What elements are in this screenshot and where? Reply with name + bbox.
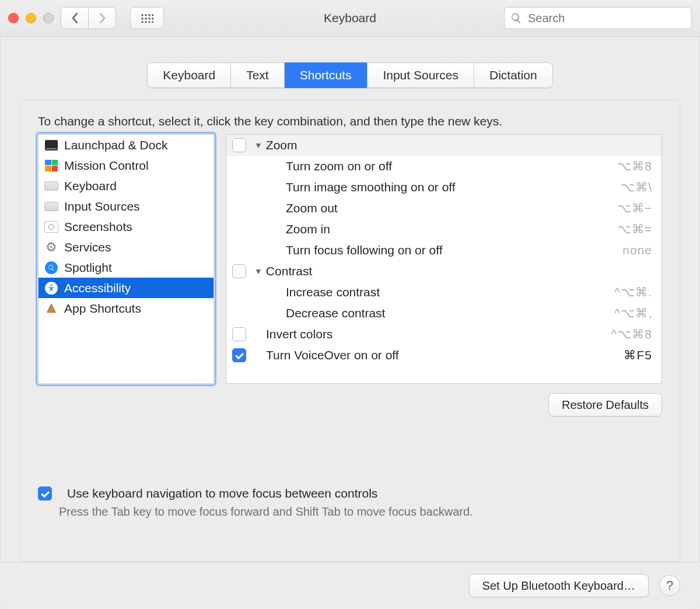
group-checkbox[interactable] (232, 138, 246, 152)
category-screenshots[interactable]: Screenshots (38, 216, 214, 237)
shortcut-keys[interactable]: ^⌥⌘8 (611, 327, 652, 341)
group-checkbox[interactable] (232, 264, 246, 278)
svg-point-7 (152, 18, 153, 20)
category-list[interactable]: Launchpad & DockMission ControlKeyboardI… (38, 134, 214, 384)
help-button[interactable]: ? (659, 575, 680, 596)
tab-shortcuts[interactable]: Shortcuts (285, 62, 368, 88)
category-launchpad-dock[interactable]: Launchpad & Dock (38, 135, 214, 155)
footer: Set Up Bluetooth Keyboard… ? (0, 562, 700, 609)
shortcut-keys[interactable]: ^⌥⌘. (614, 285, 652, 299)
category-label: App Shortcuts (64, 302, 141, 316)
preferences-window: Keyboard KeyboardTextShortcutsInput Sour… (0, 0, 700, 609)
category-keyboard[interactable]: Keyboard (38, 176, 214, 196)
shortcut-row[interactable]: Turn focus following on or offnone (226, 240, 662, 261)
mission-control-icon (44, 159, 58, 173)
shortcut-label: Invert colors (266, 327, 611, 341)
keyboard-navigation-section: Use keyboard navigation to move focus be… (38, 487, 662, 519)
shortcut-row[interactable]: Increase contrast^⌥⌘. (226, 282, 662, 303)
shortcut-keys[interactable]: none (622, 243, 652, 257)
category-label: Input Sources (64, 200, 140, 214)
shortcut-row[interactable]: Turn image smoothing on or off⌥⌘\ (226, 177, 662, 198)
svg-point-12 (51, 284, 52, 286)
category-label: Accessibility (64, 281, 131, 295)
shortcut-row[interactable]: Zoom out⌥⌘− (226, 198, 662, 219)
show-all-button[interactable] (130, 7, 164, 29)
disclosure-triangle-icon[interactable]: ▼ (254, 267, 262, 276)
zoom-window-button[interactable] (43, 13, 54, 23)
shortcut-list[interactable]: ▼ZoomTurn zoom on or off⌥⌘8Turn image sm… (226, 134, 662, 384)
shortcut-label: Zoom out (253, 201, 617, 215)
shortcut-label: Turn focus following on or off (253, 243, 622, 257)
category-label: Keyboard (64, 179, 117, 193)
restore-defaults-label: Restore Defaults (562, 398, 649, 412)
setup-bluetooth-keyboard-button[interactable]: Set Up Bluetooth Keyboard… (469, 574, 649, 597)
gear-icon: ⚙︎ (44, 240, 58, 254)
shortcut-keys[interactable]: ^⌥⌘, (614, 306, 652, 320)
screenshot-icon (44, 220, 58, 234)
svg-point-9 (145, 21, 147, 23)
search-icon (510, 12, 522, 24)
shortcut-keys[interactable]: ⌥⌘8 (617, 159, 652, 173)
shortcut-keys[interactable]: ⌘F5 (624, 348, 652, 362)
tab-text[interactable]: Text (231, 62, 285, 88)
keyboard-navigation-checkbox[interactable] (38, 487, 52, 501)
keyboard-navigation-label: Use keyboard navigation to move focus be… (67, 487, 377, 501)
category-app-shortcuts[interactable]: App Shortcuts (38, 298, 214, 318)
shortcut-row[interactable]: Turn VoiceOver on or off⌘F5 (226, 345, 662, 366)
accessibility-icon (44, 281, 58, 295)
shortcut-row[interactable]: Invert colors^⌥⌘8 (226, 324, 662, 345)
svg-point-11 (152, 21, 153, 23)
shortcut-row[interactable]: Zoom in⌥⌘= (226, 219, 662, 240)
tab-bar: KeyboardTextShortcutsInput SourcesDictat… (0, 37, 700, 88)
shortcut-keys[interactable]: ⌥⌘= (617, 222, 652, 236)
category-label: Screenshots (64, 220, 132, 234)
shortcut-row[interactable]: Turn zoom on or off⌥⌘8 (226, 156, 662, 177)
launchpad-icon (44, 138, 58, 152)
svg-point-4 (141, 18, 144, 20)
category-spotlight[interactable]: Spotlight (38, 257, 214, 278)
category-label: Services (64, 240, 111, 254)
tab-input-sources[interactable]: Input Sources (367, 62, 474, 88)
shortcut-group-contrast[interactable]: ▼Contrast (226, 261, 662, 282)
minimize-window-button[interactable] (26, 13, 36, 23)
svg-point-8 (141, 21, 144, 23)
search-input[interactable] (527, 11, 685, 26)
shortcut-keys[interactable]: ⌥⌘\ (621, 180, 652, 194)
svg-point-10 (148, 21, 150, 23)
shortcut-checkbox[interactable] (232, 327, 246, 341)
window-controls (8, 13, 54, 23)
shortcut-checkbox[interactable] (232, 348, 246, 362)
back-button[interactable] (61, 7, 89, 29)
shortcut-label: Decrease contrast (253, 306, 614, 320)
shortcut-group-zoom[interactable]: ▼Zoom (226, 135, 662, 156)
search-field[interactable] (504, 7, 692, 29)
shortcut-label: Turn VoiceOver on or off (266, 348, 624, 362)
shortcut-row[interactable]: Decrease contrast^⌥⌘, (226, 303, 662, 324)
setup-bluetooth-label: Set Up Bluetooth Keyboard… (482, 579, 635, 593)
category-label: Mission Control (64, 159, 149, 173)
keyboard-icon (44, 179, 58, 193)
restore-defaults-button[interactable]: Restore Defaults (548, 393, 662, 416)
shortcut-label: Increase contrast (253, 285, 614, 299)
group-label: Contrast (266, 264, 652, 278)
disclosure-triangle-icon[interactable]: ▼ (254, 141, 262, 150)
shortcut-keys[interactable]: ⌥⌘− (617, 201, 652, 215)
tab-dictation[interactable]: Dictation (474, 62, 553, 88)
close-window-button[interactable] (8, 13, 19, 23)
app-icon (44, 302, 58, 316)
svg-point-3 (152, 14, 153, 16)
category-label: Spotlight (64, 261, 112, 275)
forward-button[interactable] (89, 7, 116, 29)
category-accessibility[interactable]: Accessibility (38, 278, 214, 298)
shortcut-label: Turn zoom on or off (253, 159, 617, 173)
spotlight-icon (44, 261, 58, 275)
nav-buttons (61, 7, 116, 29)
category-input-sources[interactable]: Input Sources (38, 196, 214, 216)
tab-keyboard[interactable]: Keyboard (147, 62, 231, 88)
svg-point-0 (141, 14, 144, 16)
group-label: Zoom (266, 138, 652, 152)
category-mission-control[interactable]: Mission Control (38, 155, 214, 176)
category-services[interactable]: ⚙︎Services (38, 237, 214, 257)
keyboard-icon (44, 200, 58, 214)
instruction-text: To change a shortcut, select it, click t… (38, 114, 662, 128)
